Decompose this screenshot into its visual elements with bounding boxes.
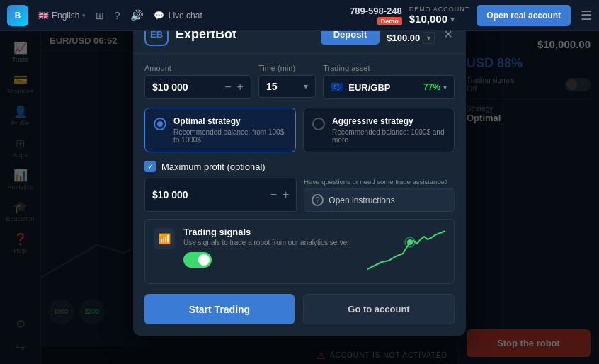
question-icon[interactable]: ?	[114, 9, 120, 21]
menu-icon[interactable]: ☰	[581, 8, 592, 23]
account-label: DEMO ACCOUNT	[409, 6, 470, 13]
optimal-strategy-card[interactable]: Optimal strategy Recommended balance: fr…	[144, 108, 296, 152]
topbar-logo: B	[7, 5, 28, 26]
go-to-account-button[interactable]: Go to account	[303, 294, 455, 324]
topbar: B 🇬🇧 English ▾ ⊞ ? 🔊 💬 Live chat 789-598…	[0, 0, 599, 31]
signals-title: Trading signals	[183, 227, 359, 237]
asset-pct: 77%	[423, 82, 440, 92]
help-text: Have questions or need some trade assist…	[304, 178, 455, 186]
grid-icon[interactable]: ⊞	[96, 10, 104, 21]
chat-icon: 💬	[154, 11, 164, 21]
language-label: English	[52, 11, 79, 21]
account-info: 789-598-248 Demo DEMO ACCOUNT $10,000 ▾ …	[350, 5, 592, 26]
aggressive-strategy-card[interactable]: Aggressive strategy Recommended balance:…	[303, 108, 455, 152]
svg-point-0	[407, 239, 413, 245]
topbar-icons: ⊞ ? 🔊	[96, 9, 143, 22]
instructions-area: Have questions or need some trade assist…	[304, 178, 455, 212]
aggressive-strategy-text: Aggressive strategy Recommended balance:…	[332, 116, 445, 144]
maxprofit-input-row: $10 000 − + Have questions or need some …	[144, 178, 455, 212]
asset-select[interactable]: 🇪🇺 EUR/GBP 77% ▾	[323, 75, 455, 99]
flag-icon: 🇬🇧	[38, 11, 49, 21]
aggressive-strategy-name: Aggressive strategy	[332, 116, 445, 126]
demo-badge: Demo	[377, 17, 402, 25]
real-account-value: $100.00	[387, 33, 420, 43]
volume-icon[interactable]: 🔊	[130, 9, 144, 22]
account-balance: $10,000	[409, 13, 447, 25]
instructions-label: Open instructions	[329, 195, 394, 205]
amount-value: $10 000	[152, 81, 188, 93]
modal-body: Amount $10 000 − + Time (min) 15 ▾	[133, 54, 466, 284]
amount-decrease-button[interactable]: −	[224, 81, 231, 93]
signals-section: 📶 Trading signals Use signals to trade a…	[144, 219, 455, 284]
optimal-radio	[154, 118, 166, 130]
maxprofit-field: $10 000 − +	[144, 178, 297, 212]
maxprofit-checkbox[interactable]: ✓	[144, 161, 156, 172]
maxprofit-label: Maximum profit (optional)	[161, 161, 266, 172]
amount-group: Amount $10 000 − +	[144, 64, 251, 99]
form-row: Amount $10 000 − + Time (min) 15 ▾	[144, 64, 455, 99]
asset-dropdown-icon: ▾	[443, 84, 447, 91]
maxprofit-value: $10 000	[152, 189, 188, 200]
time-input: 15 ▾	[258, 75, 316, 98]
optimal-strategy-name: Optimal strategy	[173, 116, 287, 126]
amount-increase-button[interactable]: +	[237, 81, 244, 93]
account-number-area: 789-598-248 Demo	[350, 6, 402, 25]
aggressive-strategy-desc: Recommended balance: 1000$ and more	[332, 128, 445, 144]
signals-mini-chart	[367, 227, 445, 276]
asset-group: Trading asset 🇪🇺 EUR/GBP 77% ▾	[323, 64, 455, 99]
optimal-strategy-desc: Recommended balance: from 100$ to 1000$	[173, 128, 287, 144]
live-chat[interactable]: 💬 Live chat	[154, 11, 202, 21]
amount-input: $10 000 − +	[144, 75, 251, 99]
asset-name: EUR/GBP	[348, 82, 390, 93]
expertbot-modal: EB ExpertBot Deposit Real account $100.0…	[133, 13, 466, 336]
maxprofit-increase-button[interactable]: +	[283, 188, 289, 201]
aggressive-radio	[312, 118, 325, 130]
maxprofit-decrease-button[interactable]: −	[270, 188, 277, 201]
chevron-down-icon: ▾	[82, 12, 86, 19]
account-balance-area: DEMO ACCOUNT $10,000 ▾	[409, 6, 470, 25]
signals-desc: Use signals to trade a robot from our an…	[183, 239, 359, 246]
signals-text-area: Trading signals Use signals to trade a r…	[183, 227, 359, 268]
start-trading-button[interactable]: Start Trading	[144, 294, 295, 324]
strategy-row: Optimal strategy Recommended balance: fr…	[144, 108, 455, 152]
open-instructions-button[interactable]: ? Open instructions	[304, 188, 455, 212]
real-account-dropdown[interactable]: ▾	[423, 32, 435, 44]
time-dropdown[interactable]: ▾	[304, 81, 308, 91]
maxprofit-row: ✓ Maximum profit (optional)	[144, 161, 455, 172]
topbar-language[interactable]: 🇬🇧 English ▾	[38, 11, 86, 21]
chat-label: Live chat	[169, 11, 202, 21]
amount-label: Amount	[144, 64, 251, 72]
time-value: 15	[266, 81, 278, 92]
asset-flag-icon: 🇪🇺	[331, 81, 344, 93]
signals-toggle-on[interactable]	[183, 252, 212, 268]
signals-icon-box: 📶	[154, 228, 175, 249]
time-label: Time (min)	[258, 64, 316, 72]
signals-wifi-icon: 📶	[159, 233, 171, 244]
asset-label: Trading asset	[323, 64, 455, 72]
question-circle-icon: ?	[312, 194, 324, 206]
optimal-strategy-text: Optimal strategy Recommended balance: fr…	[173, 116, 287, 144]
account-number: 789-598-248	[350, 6, 402, 16]
open-real-account-button[interactable]: Open real account	[477, 5, 571, 26]
modal-footer: Start Trading Go to account	[133, 294, 466, 336]
time-group: Time (min) 15 ▾	[258, 64, 316, 99]
dropdown-arrow[interactable]: ▾	[450, 14, 455, 24]
